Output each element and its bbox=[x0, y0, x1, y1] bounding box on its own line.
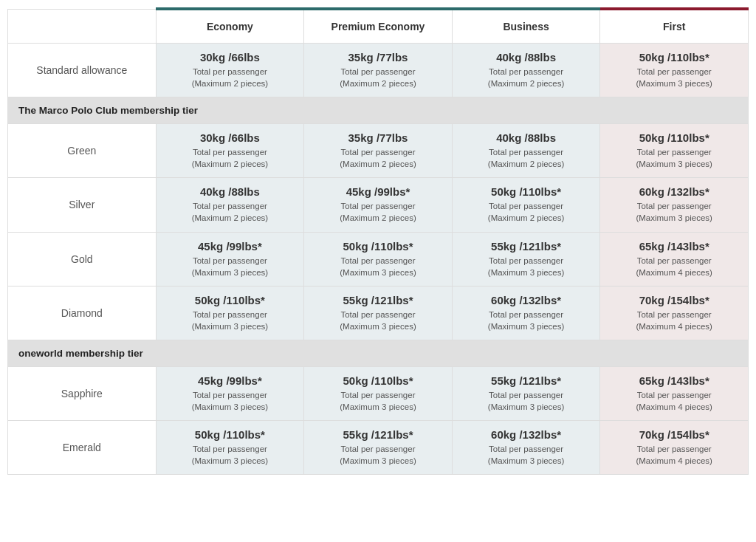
silver-premium-sub1: Total per passenger bbox=[313, 200, 443, 212]
header-economy: Economy bbox=[156, 9, 304, 44]
sapphire-label: Sapphire bbox=[8, 366, 157, 420]
emerald-business-sub1: Total per passenger bbox=[461, 443, 591, 455]
diamond-premium-sub2: (Maximum 3 pieces) bbox=[313, 320, 443, 332]
diamond-business-sub2: (Maximum 3 pieces) bbox=[461, 320, 591, 332]
emerald-first-cell: 70kg /154lbs* Total per passenger (Maxim… bbox=[600, 421, 749, 475]
sapphire-business-sub1: Total per passenger bbox=[461, 389, 591, 401]
header-premium-economy: Premium Economy bbox=[304, 9, 453, 44]
emerald-label: Emerald bbox=[8, 421, 157, 475]
emerald-economy-sub2: (Maximum 3 pieces) bbox=[165, 455, 295, 467]
silver-business-sub2: (Maximum 2 pieces) bbox=[461, 212, 591, 224]
sapphire-premium-sub1: Total per passenger bbox=[313, 389, 443, 401]
emerald-economy-cell: 50kg /110lbs* Total per passenger (Maxim… bbox=[156, 421, 304, 475]
emerald-business-weight: 60kg /132lbs* bbox=[461, 428, 591, 441]
diamond-business-weight: 60kg /132lbs* bbox=[461, 294, 591, 306]
green-first-weight: 50kg /110lbs* bbox=[609, 131, 739, 144]
emerald-premium-sub1: Total per passenger bbox=[313, 443, 443, 455]
green-economy-cell: 30kg /66lbs Total per passenger (Maximum… bbox=[156, 124, 304, 178]
diamond-economy-cell: 50kg /110lbs* Total per passenger (Maxim… bbox=[156, 286, 304, 340]
silver-first-sub2: (Maximum 3 pieces) bbox=[609, 212, 739, 224]
sapphire-first-cell: 65kg /143lbs* Total per passenger (Maxim… bbox=[600, 366, 749, 420]
diamond-business-sub1: Total per passenger bbox=[461, 309, 591, 320]
gold-economy-sub2: (Maximum 3 pieces) bbox=[165, 267, 295, 278]
sapphire-first-sub1: Total per passenger bbox=[609, 389, 739, 401]
gold-economy-cell: 45kg /99lbs* Total per passenger (Maximu… bbox=[156, 232, 304, 286]
silver-economy-cell: 40kg /88lbs Total per passenger (Maximum… bbox=[156, 178, 304, 232]
header-label-col bbox=[8, 9, 157, 44]
diamond-first-sub2: (Maximum 4 pieces) bbox=[609, 320, 739, 332]
diamond-economy-sub1: Total per passenger bbox=[165, 309, 295, 320]
green-premium-sub2: (Maximum 2 pieces) bbox=[313, 158, 443, 170]
gold-first-sub1: Total per passenger bbox=[609, 255, 739, 267]
silver-first-weight: 60kg /132lbs* bbox=[609, 185, 739, 198]
sapphire-economy-sub1: Total per passenger bbox=[165, 389, 295, 401]
silver-premium-weight: 45kg /99lbs* bbox=[313, 185, 443, 198]
silver-economy-weight: 40kg /88lbs bbox=[165, 185, 295, 198]
gold-business-weight: 55kg /121lbs* bbox=[461, 240, 591, 253]
diamond-business-cell: 60kg /132lbs* Total per passenger (Maxim… bbox=[452, 286, 600, 340]
emerald-premium-weight: 55kg /121lbs* bbox=[313, 428, 443, 441]
silver-business-sub1: Total per passenger bbox=[461, 200, 591, 212]
silver-first-sub1: Total per passenger bbox=[609, 200, 739, 212]
green-first-sub1: Total per passenger bbox=[609, 146, 739, 158]
standard-economy-cell: 30kg /66lbs Total per passenger (Maximum… bbox=[156, 44, 304, 97]
gold-economy-weight: 45kg /99lbs* bbox=[165, 240, 295, 253]
emerald-first-sub1: Total per passenger bbox=[609, 443, 739, 455]
header-first: First bbox=[600, 9, 749, 44]
standard-economy-sub1: Total per passenger bbox=[165, 66, 295, 78]
gold-business-cell: 55kg /121lbs* Total per passenger (Maxim… bbox=[452, 232, 600, 286]
emerald-row: Emerald 50kg /110lbs* Total per passenge… bbox=[8, 421, 749, 475]
gold-first-sub2: (Maximum 4 pieces) bbox=[609, 267, 739, 278]
gold-business-sub2: (Maximum 3 pieces) bbox=[461, 267, 591, 278]
green-row: Green 30kg /66lbs Total per passenger (M… bbox=[8, 124, 749, 178]
diamond-label: Diamond bbox=[8, 286, 157, 340]
standard-business-cell: 40kg /88lbs Total per passenger (Maximum… bbox=[452, 44, 600, 97]
gold-economy-sub1: Total per passenger bbox=[165, 255, 295, 267]
standard-business-weight: 40kg /88lbs bbox=[461, 51, 591, 64]
standard-first-sub2: (Maximum 3 pieces) bbox=[609, 78, 739, 89]
sapphire-economy-weight: 45kg /99lbs* bbox=[165, 374, 295, 387]
standard-first-cell: 50kg /110lbs* Total per passenger (Maxim… bbox=[600, 44, 749, 97]
standard-premium-cell: 35kg /77lbs Total per passenger (Maximum… bbox=[304, 44, 453, 97]
standard-premium-sub2: (Maximum 2 pieces) bbox=[313, 78, 443, 89]
standard-premium-weight: 35kg /77lbs bbox=[313, 51, 443, 64]
sapphire-economy-cell: 45kg /99lbs* Total per passenger (Maximu… bbox=[156, 366, 304, 420]
emerald-first-sub2: (Maximum 4 pieces) bbox=[609, 455, 739, 467]
green-economy-sub1: Total per passenger bbox=[165, 146, 295, 158]
gold-first-cell: 65kg /143lbs* Total per passenger (Maxim… bbox=[600, 232, 749, 286]
gold-label: Gold bbox=[8, 232, 157, 286]
green-first-sub2: (Maximum 3 pieces) bbox=[609, 158, 739, 170]
standard-first-weight: 50kg /110lbs* bbox=[609, 51, 739, 64]
standard-business-sub2: (Maximum 2 pieces) bbox=[461, 78, 591, 89]
silver-business-weight: 50kg /110lbs* bbox=[461, 185, 591, 198]
baggage-allowance-table: Economy Premium Economy Business First S… bbox=[0, 0, 756, 482]
diamond-premium-sub1: Total per passenger bbox=[313, 309, 443, 320]
sapphire-business-weight: 55kg /121lbs* bbox=[461, 374, 591, 387]
green-premium-sub1: Total per passenger bbox=[313, 146, 443, 158]
standard-economy-sub2: (Maximum 2 pieces) bbox=[165, 78, 295, 89]
green-business-sub1: Total per passenger bbox=[461, 146, 591, 158]
silver-first-cell: 60kg /132lbs* Total per passenger (Maxim… bbox=[600, 178, 749, 232]
sapphire-business-sub2: (Maximum 3 pieces) bbox=[461, 401, 591, 413]
silver-business-cell: 50kg /110lbs* Total per passenger (Maxim… bbox=[452, 178, 600, 232]
gold-premium-cell: 50kg /110lbs* Total per passenger (Maxim… bbox=[304, 232, 453, 286]
green-business-sub2: (Maximum 2 pieces) bbox=[461, 158, 591, 170]
silver-premium-cell: 45kg /99lbs* Total per passenger (Maximu… bbox=[304, 178, 453, 232]
green-business-weight: 40kg /88lbs bbox=[461, 131, 591, 144]
silver-economy-sub2: (Maximum 2 pieces) bbox=[165, 212, 295, 224]
marco-polo-section-label: The Marco Polo Club membership tier bbox=[8, 97, 749, 124]
diamond-premium-cell: 55kg /121lbs* Total per passenger (Maxim… bbox=[304, 286, 453, 340]
sapphire-business-cell: 55kg /121lbs* Total per passenger (Maxim… bbox=[452, 366, 600, 420]
emerald-business-sub2: (Maximum 3 pieces) bbox=[461, 455, 591, 467]
diamond-first-sub1: Total per passenger bbox=[609, 309, 739, 320]
gold-premium-sub1: Total per passenger bbox=[313, 255, 443, 267]
green-premium-weight: 35kg /77lbs bbox=[313, 131, 443, 144]
diamond-first-weight: 70kg /154lbs* bbox=[609, 294, 739, 306]
emerald-economy-weight: 50kg /110lbs* bbox=[165, 428, 295, 441]
gold-first-weight: 65kg /143lbs* bbox=[609, 240, 739, 253]
diamond-economy-sub2: (Maximum 3 pieces) bbox=[165, 320, 295, 332]
sapphire-premium-cell: 50kg /110lbs* Total per passenger (Maxim… bbox=[304, 366, 453, 420]
sapphire-first-sub2: (Maximum 4 pieces) bbox=[609, 401, 739, 413]
standard-premium-sub1: Total per passenger bbox=[313, 66, 443, 78]
sapphire-economy-sub2: (Maximum 3 pieces) bbox=[165, 401, 295, 413]
